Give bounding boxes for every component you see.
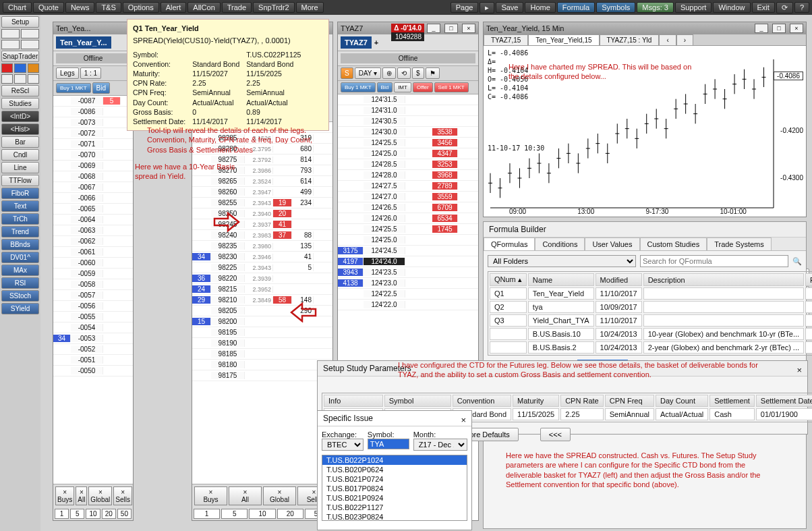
- close-icon[interactable]: ×: [796, 365, 802, 375]
- qty-btn[interactable]: 10: [86, 509, 100, 519]
- qty-btn[interactable]: 1: [55, 509, 69, 519]
- close-icon[interactable]: ×: [462, 24, 475, 33]
- sell-icon[interactable]: [1, 63, 13, 73]
- bid-btn[interactable]: Bid: [92, 82, 110, 94]
- tab-ts[interactable]: T&S: [96, 2, 121, 13]
- close-icon[interactable]: ×: [461, 415, 466, 425]
- tool-btn[interactable]: DAY ▾: [355, 67, 381, 79]
- qty-btn[interactable]: 5: [70, 509, 84, 519]
- symbol-input[interactable]: [368, 439, 409, 449]
- list-item[interactable]: T.US.B023P0824: [322, 512, 467, 521]
- search-input[interactable]: [640, 255, 788, 267]
- btn-exit[interactable]: Exit: [752, 2, 775, 13]
- qty-btn[interactable]: 5: [221, 509, 248, 519]
- btn-save[interactable]: Save: [496, 2, 523, 13]
- chart-tab[interactable]: ›: [676, 34, 693, 45]
- lbtn-max[interactable]: MAx: [1, 264, 39, 276]
- qty-btn[interactable]: 1: [194, 509, 220, 519]
- tab-alert[interactable]: Alert: [161, 2, 187, 13]
- list-item[interactable]: T.US.B020P0624: [322, 465, 467, 474]
- lbtn-studies[interactable]: Studies: [1, 98, 39, 109]
- list-item[interactable]: T.US.B022P1024: [322, 455, 467, 465]
- formula-grid[interactable]: QNum ▴NameModifiedDescriptionFol...Q1Ten…: [488, 271, 812, 356]
- footer-btn[interactable]: × Global: [88, 486, 112, 505]
- btn-home[interactable]: Home: [525, 2, 555, 13]
- lbtn-rescl[interactable]: ReScl: [1, 85, 39, 96]
- chart-tab[interactable]: ‹: [659, 34, 676, 45]
- tab-snptrdr2[interactable]: SnpTrdr2: [253, 2, 294, 13]
- chart-icon[interactable]: [14, 74, 26, 84]
- lbtn-ttflow[interactable]: TTFlow: [1, 175, 39, 186]
- lbtn-cndl[interactable]: Cndl: [1, 149, 39, 161]
- tool-btn[interactable]: ⚑: [426, 67, 440, 79]
- lbtn-sstoch[interactable]: SStoch: [1, 290, 39, 302]
- footer-btn[interactable]: × Buys: [55, 486, 74, 505]
- footer-btn[interactable]: × All: [76, 486, 87, 505]
- qty-btn[interactable]: 20: [277, 509, 303, 519]
- list-item[interactable]: T.US.B021P0724: [322, 474, 467, 484]
- tab-trade[interactable]: Trade: [222, 2, 252, 13]
- lbtn-bar[interactable]: Bar: [1, 136, 39, 148]
- lbtn-trend[interactable]: Trend: [1, 226, 39, 237]
- legs-btn[interactable]: Legs: [56, 67, 79, 79]
- lbtn-snaptrader[interactable]: SnapTrader: [1, 51, 39, 62]
- max-icon[interactable]: □: [772, 24, 786, 33]
- chart-tab[interactable]: TYAZ7,15: [484, 34, 528, 45]
- close-icon[interactable]: ×: [790, 24, 803, 33]
- titlebar[interactable]: Ten_Yea...: [53, 22, 133, 34]
- month-select[interactable]: Z17 - Dec 17: [413, 439, 467, 451]
- back-btn[interactable]: <<<: [540, 428, 571, 441]
- btn-help[interactable]: ?: [794, 2, 809, 13]
- btn-formula[interactable]: Formula: [557, 2, 595, 13]
- lbtn-setup[interactable]: Setup: [1, 16, 39, 28]
- dom-ladder-1[interactable]: -00875-0086-0073-0072-0071-0070-0069-006…: [53, 96, 133, 484]
- buy-icon[interactable]: [14, 63, 26, 73]
- grid-icon[interactable]: [1, 74, 13, 84]
- lbtn-trch[interactable]: TrCh: [1, 213, 39, 225]
- tab-chart[interactable]: Chart: [3, 2, 32, 13]
- btn-msgs[interactable]: Msgs: 3: [637, 2, 674, 13]
- btn-symbols[interactable]: Symbols: [596, 2, 635, 13]
- formula-tab[interactable]: Trade Systems: [707, 237, 772, 250]
- issue-list[interactable]: T.US.B022P1024T.US.B020P0624T.US.B021P07…: [322, 455, 467, 521]
- symbol-box[interactable]: TYAZ7: [341, 36, 372, 49]
- qty-btn[interactable]: 10: [249, 509, 275, 519]
- tool-btn[interactable]: ⟲: [397, 67, 411, 79]
- flat-icon[interactable]: [28, 63, 39, 73]
- buy-mkt-btn[interactable]: Buy 1 MKT: [56, 83, 91, 93]
- btn-page[interactable]: Page: [451, 2, 479, 13]
- min-icon[interactable]: _: [755, 24, 768, 33]
- zoom-out-icon[interactable]: [21, 40, 39, 49]
- btn-support[interactable]: Support: [675, 2, 712, 13]
- search-icon[interactable]: 🔍: [792, 257, 802, 266]
- btn-refresh[interactable]: ⟳: [776, 2, 793, 13]
- action-btn[interactable]: Offer: [413, 82, 433, 92]
- formula-tab[interactable]: Custom Studies: [640, 237, 707, 250]
- zoom-in-icon[interactable]: [1, 40, 20, 49]
- formula-tab[interactable]: Conditions: [535, 237, 585, 250]
- tab-more[interactable]: More: [296, 2, 324, 13]
- lbtn-dv01[interactable]: DV01^: [1, 252, 39, 263]
- arrow-left-icon[interactable]: [1, 29, 20, 38]
- footer-btn[interactable]: × All: [229, 486, 262, 505]
- qty-btn[interactable]: 20: [102, 509, 116, 519]
- lbtn-syield[interactable]: SYield: [1, 303, 39, 314]
- lbtn-text[interactable]: Text: [1, 200, 39, 212]
- btn-page-play[interactable]: ▸: [480, 2, 494, 13]
- chart-tab[interactable]: TYAZ7,15 : Yld: [600, 34, 660, 45]
- btn-window[interactable]: Window: [713, 2, 750, 13]
- tab-options[interactable]: Options: [123, 2, 159, 13]
- ratio-btn[interactable]: 1 : 1: [80, 67, 101, 79]
- folder-select[interactable]: All Folders: [488, 255, 636, 267]
- action-btn[interactable]: Bid: [377, 82, 393, 92]
- tool-btn[interactable]: ⊕: [382, 67, 396, 79]
- arrow-right-icon[interactable]: [21, 29, 39, 38]
- formula-tab[interactable]: User Values: [585, 237, 639, 250]
- footer-btn[interactable]: × Buys: [194, 486, 227, 505]
- tab-allcon[interactable]: AllCon: [187, 2, 220, 13]
- formula-tab[interactable]: QFormulas: [484, 237, 535, 250]
- exchange-select[interactable]: BTEC: [322, 439, 364, 451]
- max-icon[interactable]: □: [444, 24, 458, 33]
- tab-news[interactable]: News: [65, 2, 95, 13]
- lbtn-bbnds[interactable]: BBnds: [1, 239, 39, 250]
